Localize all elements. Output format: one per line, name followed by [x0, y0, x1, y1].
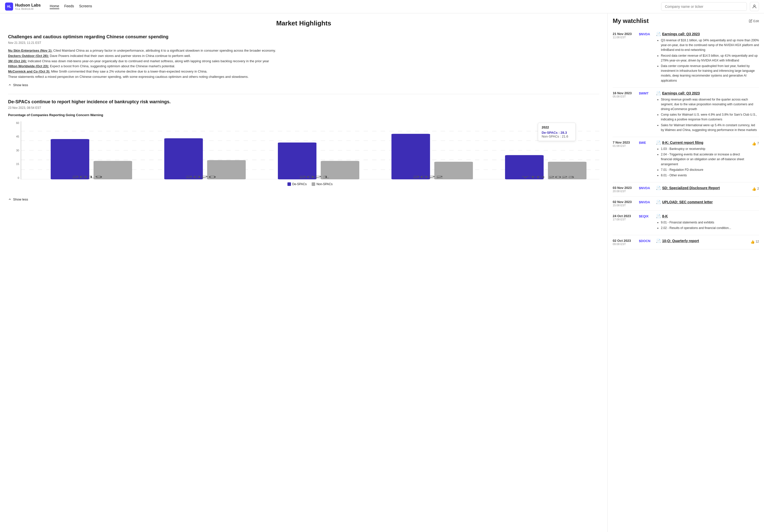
watchlist-bullet: Strong revenue growth was observed for t…: [661, 97, 759, 112]
chart-svg: 2019 2020 2021 2022 YTD 2023: [21, 121, 599, 179]
watchlist-bullet: Record data center revenue of $14.5 bill…: [661, 54, 759, 63]
watchlist-bullet: Comp sales for Walmart U.S. were 4.9% an…: [661, 112, 759, 122]
company-ref-hilton[interactable]: Hilton Worldwide (Oct 23):: [8, 64, 49, 68]
watchlist-action[interactable]: 👍2: [752, 186, 759, 193]
thumbsup-icon: 👍: [750, 240, 755, 244]
document-icon: 📄: [656, 32, 661, 36]
watchlist-bullet: 8.01 - Other events: [661, 173, 748, 178]
watchlist-ticker[interactable]: $EQIX: [639, 214, 653, 231]
svg-text:2022: 2022: [413, 175, 444, 179]
document-icon: 📄: [656, 200, 661, 204]
svg-text:2019: 2019: [72, 175, 102, 179]
y-axis: 0 15 30 45 60: [8, 121, 19, 179]
watchlist-action[interactable]: 👍7: [752, 141, 759, 179]
search-input[interactable]: [661, 2, 747, 11]
company-ref-mccormick[interactable]: McCormick and Co (Oct 3):: [8, 69, 50, 73]
ticker-link[interactable]: $WE: [639, 141, 646, 145]
watchlist-ticker[interactable]: $WE: [639, 141, 653, 179]
svg-point-0: [754, 5, 755, 7]
watchlist-bullet: Sales for Walmart International were up …: [661, 123, 759, 132]
tooltip-nonspac: Non-SPACs : 21.6: [542, 135, 572, 138]
avatar-button[interactable]: [750, 2, 759, 11]
article-1-date: Nov 21 2023, 11:21 EST: [8, 41, 599, 45]
ticker-link[interactable]: $EQIX: [639, 214, 649, 218]
watchlist-ticker[interactable]: $DOCN: [639, 239, 653, 246]
watchlist-ticker[interactable]: $NVDA: [639, 186, 653, 193]
watchlist-title: My watchlist: [613, 17, 649, 24]
document-icon: 📄: [656, 239, 661, 243]
nav-feeds[interactable]: Feeds: [64, 4, 74, 9]
company-ref-nuskin[interactable]: Nu Skin Enterprises (Nov 1):: [8, 49, 53, 53]
show-less-button-1[interactable]: Show less: [8, 82, 28, 88]
ticker-link[interactable]: $DOCN: [639, 239, 651, 243]
tooltip-year: 2022: [542, 125, 572, 129]
watchlist-bullet: Data center compute revenue quadrupled f…: [661, 64, 759, 83]
header: HL Hudson Labs f.k.a. Bedrock AI Home Fe…: [0, 0, 764, 13]
company-ref-deckers[interactable]: Deckers Outdoor (Oct 26):: [8, 54, 49, 58]
watchlist-content: 📄 8-K: Current report filing 1.03 - Bank…: [656, 141, 748, 179]
thumbsup-icon: 👍: [752, 187, 756, 191]
watchlist-item: 7 Nov 2023 01:08 EST $WE 📄 8-K: Current …: [613, 137, 759, 182]
chart-title: Percentage of Companies Reporting Going …: [8, 113, 599, 117]
watchlist-bullets: 1.03 - Bankruptcy or receivership2.04 - …: [656, 147, 748, 178]
watchlist-item: 02 Oct 2023 09:08 EST $DOCN 📄 10-Q: Quar…: [613, 235, 759, 249]
watchlist-bullet: 9.01 - Financial statements and exhibits: [661, 220, 759, 225]
market-highlights-title: Market Highlights: [8, 19, 599, 27]
ticker-link[interactable]: $NVDA: [639, 200, 650, 204]
svg-text:2020: 2020: [185, 175, 216, 179]
watchlist-item: 24 Oct 2023 17:08 EST $EQIX 📄 8-K 9.01 -…: [613, 210, 759, 235]
watchlist-bullets: Strong revenue growth was observed for t…: [656, 97, 759, 132]
watchlist-ticker[interactable]: $WMT: [639, 91, 653, 133]
watchlist-doc-title[interactable]: 📄 Earnings call: Q3 2023: [656, 32, 759, 36]
left-panel: Market Highlights Challenges and cautiou…: [0, 13, 608, 532]
logo-area: HL Hudson Labs f.k.a. Bedrock AI: [5, 3, 41, 11]
watchlist-ticker[interactable]: $NVDA: [639, 200, 653, 207]
watchlist-action[interactable]: 👍12: [750, 239, 759, 246]
watchlist-date: 24 Oct 2023 17:08 EST: [613, 214, 636, 231]
edit-icon: [749, 19, 752, 23]
header-right: [661, 2, 759, 11]
watchlist-date: 21 Nov 2023 11:08 EST: [613, 32, 636, 84]
watchlist-doc-title[interactable]: 📄 8-K: Current report filing: [656, 141, 748, 145]
watchlist-bullet: 1.03 - Bankruptcy or receivership: [661, 147, 748, 151]
nav-home[interactable]: Home: [50, 4, 59, 9]
legend-nonspac: Non-SPACs: [312, 182, 332, 186]
watchlist-item: 03 Nov 2023 20:08 EST $NVDA 📄 SD: Specia…: [613, 182, 759, 197]
thumbsup-icon: 👍: [752, 142, 756, 146]
bar-chart: 0 15 30 45 60: [8, 119, 599, 195]
document-icon: 📄: [656, 141, 661, 145]
article-chinese-consumer: Challenges and cautious optimism regardi…: [8, 34, 599, 88]
watchlist-bullet: 2.04 - Triggering events that accelerate…: [661, 152, 748, 167]
company-ref-3m[interactable]: 3M (Oct 24):: [8, 59, 27, 63]
logo-text: Hudson Labs f.k.a. Bedrock AI: [15, 3, 41, 10]
watchlist-doc-title[interactable]: 📄 UPLOAD: SEC comment letter: [656, 200, 759, 204]
legend-nonspac-color: [312, 182, 315, 186]
svg-text:YTD 2023: YTD 2023: [521, 175, 574, 179]
svg-rect-8: [51, 139, 89, 179]
watchlist-date: 7 Nov 2023 01:08 EST: [613, 141, 636, 179]
chart-legend: De-SPACs Non-SPACs: [21, 181, 599, 186]
watchlist-content: 📄 UPLOAD: SEC comment letter: [656, 200, 759, 207]
legend-despac: De-SPACs: [287, 182, 306, 186]
watchlist-item: 02 Nov 2023 15:08 EST $NVDA 📄 UPLOAD: SE…: [613, 197, 759, 210]
watchlist-doc-title[interactable]: 📄 Earnings call: Q3 2023: [656, 91, 759, 95]
edit-watchlist-button[interactable]: Edit: [749, 19, 759, 23]
watchlist-content: 📄 Earnings call: Q3 2023 Strong revenue …: [656, 91, 759, 133]
main-nav: Home Feeds Screens: [50, 4, 92, 9]
article-1-title: Challenges and cautious optimism regardi…: [8, 34, 599, 40]
nav-screens[interactable]: Screens: [79, 4, 92, 9]
watchlist-ticker[interactable]: $NVDA: [639, 32, 653, 84]
watchlist-date: 02 Nov 2023 15:08 EST: [613, 200, 636, 207]
show-less-button-2[interactable]: Show less: [8, 197, 28, 202]
ticker-link[interactable]: $WMT: [639, 91, 649, 95]
right-panel: My watchlist Edit 21 Nov 2023 11:08 EST …: [608, 13, 764, 532]
watchlist-doc-title[interactable]: 📄 10-Q: Quarterly report: [656, 239, 747, 243]
article-2-date: 23 Nov 2023, 08:54 EST: [8, 106, 599, 110]
watchlist-bullet: 7.01 - Regulation FD disclosure: [661, 168, 748, 172]
document-icon: 📄: [656, 91, 661, 95]
watchlist-doc-title[interactable]: 📄 SD: Specialized Disclosure Report: [656, 186, 748, 190]
watchlist-doc-title[interactable]: 📄 8-K: [656, 214, 759, 218]
ticker-link[interactable]: $NVDA: [639, 32, 650, 36]
article-despac: De-SPACs continue to report higher incid…: [8, 99, 599, 202]
ticker-link[interactable]: $NVDA: [639, 186, 650, 190]
